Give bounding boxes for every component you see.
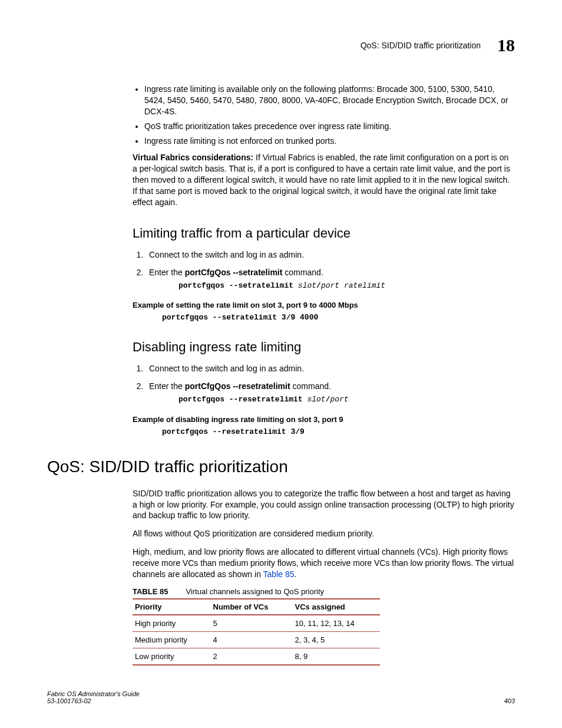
doc-number: 53-1001763-02 (47, 697, 140, 704)
cell: Low priority (133, 648, 211, 665)
virtual-fabrics-paragraph: Virtual Fabrics considerations: If Virtu… (133, 152, 515, 207)
cell: 5 (211, 615, 293, 632)
example-heading: Example of disabling ingress rate limiti… (133, 415, 515, 424)
subheading-disabling: Disabling ingress rate limiting (133, 340, 515, 355)
page-header: QoS: SID/DID traffic prioritization 18 (47, 35, 515, 55)
step-item: Enter the portCfgQos --resetratelimit co… (146, 381, 515, 406)
subheading-limiting-traffic: Limiting traffic from a particular devic… (133, 226, 515, 241)
main-heading: QoS: SID/DID traffic prioritization (47, 457, 515, 476)
col-header: Number of VCs (211, 599, 293, 615)
steps-list: Connect to the switch and log in as admi… (133, 249, 515, 291)
col-header: Priority (133, 599, 211, 615)
col-header: VCs assigned (293, 599, 380, 615)
cmd-arg: slot (307, 395, 325, 404)
code-block: portcfgqos --setratelimit slot/port rate… (178, 281, 515, 291)
cell: High priority (133, 615, 211, 632)
cell: 2 (211, 648, 293, 665)
step-item: Connect to the switch and log in as admi… (146, 249, 515, 261)
code-block: portcfgqos --resetratelimit slot/port (178, 394, 515, 405)
table-title: Virtual channels assigned to QoS priorit… (186, 587, 324, 596)
step-text: Enter the (149, 381, 185, 391)
cmd-literal: portcfgqos --setratelimit (178, 281, 298, 290)
table-header-row: Priority Number of VCs VCs assigned (133, 599, 380, 615)
cell: Medium priority (133, 631, 211, 648)
step-item: Connect to the switch and log in as admi… (146, 363, 515, 375)
command-name: portCfgQos --resetratelimit (185, 381, 290, 391)
command-name: portCfgQos --setratelimit (185, 268, 283, 277)
list-item: Ingress rate limiting is not enforced on… (144, 136, 515, 147)
cmd-literal: portcfgqos --resetratelimit (178, 395, 307, 404)
doc-title: Fabric OS Administrator's Guide (47, 690, 140, 697)
cmd-arg: port ratelimit (321, 281, 385, 290)
table-row: Low priority 2 8, 9 (133, 648, 380, 665)
breadcrumb: QoS: SID/DID traffic prioritization (361, 41, 481, 50)
cell: 4 (211, 631, 293, 648)
cell: 8, 9 (293, 648, 380, 665)
page-number: 403 (504, 697, 515, 704)
body-paragraph: All flows without QoS prioritization are… (133, 528, 515, 539)
example-code: portcfgqos --resetratelimit 3/9 (162, 427, 515, 436)
table-row: Medium priority 4 2, 3, 4, 5 (133, 631, 380, 648)
vc-table: Priority Number of VCs VCs assigned High… (133, 598, 380, 666)
list-item: QoS traffic prioritization takes precede… (144, 121, 515, 132)
bullet-list: Ingress rate limiting is available only … (133, 84, 515, 146)
cmd-literal: / (316, 281, 321, 290)
step-item: Enter the portCfgQos --setratelimit comm… (146, 267, 515, 292)
list-item: Ingress rate limiting is available only … (144, 84, 515, 117)
step-text: command. (290, 381, 331, 391)
para-text: High, medium, and low priority flows are… (133, 547, 514, 579)
step-text: Enter the (149, 268, 185, 277)
chapter-number: 18 (497, 35, 515, 55)
step-text: command. (282, 268, 323, 277)
para-text: . (295, 569, 297, 579)
table-link[interactable]: Table 85 (263, 569, 295, 579)
table-row: High priority 5 10, 11, 12, 13, 14 (133, 615, 380, 632)
table-caption: TABLE 85Virtual channels assigned to QoS… (133, 587, 515, 596)
table-id: TABLE 85 (133, 587, 168, 596)
page-footer: Fabric OS Administrator's Guide 53-10017… (47, 690, 515, 704)
example-heading: Example of setting the rate limit on slo… (133, 301, 515, 309)
example-code: portcfgqos --setratelimit 3/9 4000 (162, 313, 515, 322)
cell: 2, 3, 4, 5 (293, 631, 380, 648)
vf-bold-lead: Virtual Fabrics considerations: (133, 153, 256, 162)
body-paragraph: High, medium, and low priority flows are… (133, 546, 515, 580)
body-paragraph: SID/DID traffic prioritization allows yo… (133, 488, 515, 522)
steps-list: Connect to the switch and log in as admi… (133, 363, 515, 405)
cmd-arg: port (330, 395, 348, 404)
cmd-arg: slot (298, 281, 316, 290)
cell: 10, 11, 12, 13, 14 (293, 615, 380, 632)
footer-left: Fabric OS Administrator's Guide 53-10017… (47, 690, 140, 704)
